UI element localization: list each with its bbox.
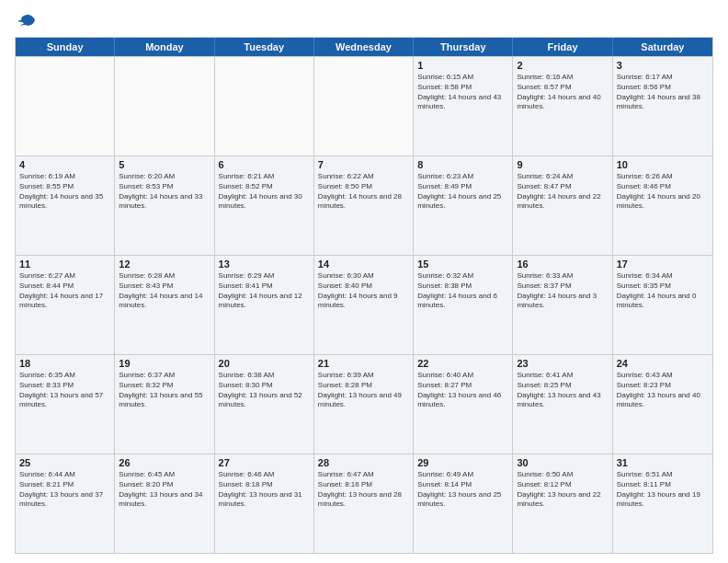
calendar-row-1: 1Sunrise: 6:15 AM Sunset: 8:58 PM Daylig…: [16, 56, 712, 155]
day-number: 31: [617, 457, 709, 468]
day-number: 23: [517, 358, 608, 369]
calendar-cell-25: 25Sunrise: 6:44 AM Sunset: 8:21 PM Dayli…: [16, 454, 115, 553]
page-header: [15, 11, 713, 31]
calendar-cell-3: 3Sunrise: 6:17 AM Sunset: 8:56 PM Daylig…: [613, 57, 712, 155]
day-number: 17: [617, 259, 709, 270]
day-number: 22: [417, 358, 508, 369]
day-number: 11: [19, 259, 110, 270]
day-number: 21: [318, 358, 409, 369]
calendar-cell-8: 8Sunrise: 6:23 AM Sunset: 8:49 PM Daylig…: [414, 156, 513, 255]
calendar-cell-16: 16Sunrise: 6:33 AM Sunset: 8:37 PM Dayli…: [513, 256, 612, 354]
cell-info: Sunrise: 6:40 AM Sunset: 8:27 PM Dayligh…: [417, 371, 508, 410]
calendar-cell-7: 7Sunrise: 6:22 AM Sunset: 8:50 PM Daylig…: [314, 156, 414, 255]
calendar-row-5: 25Sunrise: 6:44 AM Sunset: 8:21 PM Dayli…: [16, 454, 712, 553]
cell-info: Sunrise: 6:16 AM Sunset: 8:57 PM Dayligh…: [517, 73, 608, 112]
cell-info: Sunrise: 6:27 AM Sunset: 8:44 PM Dayligh…: [19, 271, 110, 311]
day-number: 27: [219, 457, 310, 468]
day-number: 2: [517, 60, 608, 71]
calendar-body: 1Sunrise: 6:15 AM Sunset: 8:58 PM Daylig…: [16, 56, 712, 553]
cell-info: Sunrise: 6:20 AM Sunset: 8:53 PM Dayligh…: [119, 172, 210, 212]
calendar-cell-20: 20Sunrise: 6:38 AM Sunset: 8:30 PM Dayli…: [215, 355, 314, 454]
day-number: 6: [219, 159, 310, 170]
cell-info: Sunrise: 6:49 AM Sunset: 8:14 PM Dayligh…: [417, 470, 508, 510]
cell-info: Sunrise: 6:28 AM Sunset: 8:43 PM Dayligh…: [119, 271, 210, 311]
cell-info: Sunrise: 6:22 AM Sunset: 8:50 PM Dayligh…: [318, 172, 409, 212]
cell-info: Sunrise: 6:47 AM Sunset: 8:16 PM Dayligh…: [318, 470, 409, 510]
day-number: 13: [219, 259, 310, 270]
cell-info: Sunrise: 6:37 AM Sunset: 8:32 PM Dayligh…: [119, 371, 210, 410]
calendar-header-wednesday: Wednesday: [314, 38, 414, 56]
cell-info: Sunrise: 6:26 AM Sunset: 8:46 PM Dayligh…: [617, 172, 709, 212]
day-number: 26: [119, 457, 210, 468]
day-number: 14: [318, 259, 409, 270]
calendar-cell-empty-0-3: [314, 57, 414, 155]
day-number: 16: [517, 259, 608, 270]
day-number: 3: [617, 60, 709, 71]
calendar-cell-23: 23Sunrise: 6:41 AM Sunset: 8:25 PM Dayli…: [513, 355, 612, 454]
day-number: 20: [219, 358, 310, 369]
calendar-cell-1: 1Sunrise: 6:15 AM Sunset: 8:58 PM Daylig…: [414, 57, 513, 155]
cell-info: Sunrise: 6:34 AM Sunset: 8:35 PM Dayligh…: [617, 271, 709, 311]
calendar-cell-11: 11Sunrise: 6:27 AM Sunset: 8:44 PM Dayli…: [16, 256, 115, 354]
calendar-header-monday: Monday: [115, 38, 214, 56]
calendar-cell-28: 28Sunrise: 6:47 AM Sunset: 8:16 PM Dayli…: [314, 454, 414, 553]
day-number: 25: [19, 457, 110, 468]
cell-info: Sunrise: 6:39 AM Sunset: 8:28 PM Dayligh…: [318, 371, 409, 410]
calendar-cell-empty-0-2: [215, 57, 314, 155]
cell-info: Sunrise: 6:38 AM Sunset: 8:30 PM Dayligh…: [219, 371, 310, 410]
cell-info: Sunrise: 6:17 AM Sunset: 8:56 PM Dayligh…: [617, 73, 709, 112]
day-number: 29: [417, 457, 508, 468]
calendar-cell-9: 9Sunrise: 6:24 AM Sunset: 8:47 PM Daylig…: [513, 156, 612, 255]
calendar-row-4: 18Sunrise: 6:35 AM Sunset: 8:33 PM Dayli…: [16, 354, 712, 454]
calendar-header-thursday: Thursday: [414, 38, 513, 56]
calendar-row-3: 11Sunrise: 6:27 AM Sunset: 8:44 PM Dayli…: [16, 255, 712, 354]
calendar-cell-empty-0-1: [115, 57, 214, 155]
cell-info: Sunrise: 6:21 AM Sunset: 8:52 PM Dayligh…: [219, 172, 310, 212]
day-number: 7: [318, 159, 409, 170]
calendar-cell-17: 17Sunrise: 6:34 AM Sunset: 8:35 PM Dayli…: [613, 256, 712, 354]
cell-info: Sunrise: 6:41 AM Sunset: 8:25 PM Dayligh…: [517, 371, 608, 410]
calendar-cell-29: 29Sunrise: 6:49 AM Sunset: 8:14 PM Dayli…: [414, 454, 513, 553]
day-number: 24: [617, 358, 709, 369]
calendar-cell-27: 27Sunrise: 6:46 AM Sunset: 8:18 PM Dayli…: [215, 454, 314, 553]
day-number: 15: [417, 259, 508, 270]
calendar-cell-14: 14Sunrise: 6:30 AM Sunset: 8:40 PM Dayli…: [314, 256, 414, 354]
cell-info: Sunrise: 6:43 AM Sunset: 8:23 PM Dayligh…: [617, 371, 709, 410]
day-number: 12: [119, 259, 210, 270]
calendar-cell-19: 19Sunrise: 6:37 AM Sunset: 8:32 PM Dayli…: [115, 355, 214, 454]
calendar-header-sunday: Sunday: [16, 38, 115, 56]
cell-info: Sunrise: 6:50 AM Sunset: 8:12 PM Dayligh…: [517, 470, 608, 510]
day-number: 4: [19, 159, 110, 170]
calendar-cell-5: 5Sunrise: 6:20 AM Sunset: 8:53 PM Daylig…: [115, 156, 214, 255]
calendar-header-tuesday: Tuesday: [215, 38, 314, 56]
calendar-row-2: 4Sunrise: 6:19 AM Sunset: 8:55 PM Daylig…: [16, 155, 712, 255]
calendar-cell-empty-0-0: [16, 57, 115, 155]
calendar-header-row: SundayMondayTuesdayWednesdayThursdayFrid…: [16, 38, 712, 56]
calendar-cell-18: 18Sunrise: 6:35 AM Sunset: 8:33 PM Dayli…: [16, 355, 115, 454]
calendar: SundayMondayTuesdayWednesdayThursdayFrid…: [15, 37, 713, 554]
calendar-header-saturday: Saturday: [613, 38, 712, 56]
calendar-cell-21: 21Sunrise: 6:39 AM Sunset: 8:28 PM Dayli…: [314, 355, 414, 454]
cell-info: Sunrise: 6:46 AM Sunset: 8:18 PM Dayligh…: [219, 470, 310, 510]
cell-info: Sunrise: 6:44 AM Sunset: 8:21 PM Dayligh…: [19, 470, 110, 510]
cell-info: Sunrise: 6:35 AM Sunset: 8:33 PM Dayligh…: [19, 371, 110, 410]
day-number: 18: [19, 358, 110, 369]
calendar-cell-30: 30Sunrise: 6:50 AM Sunset: 8:12 PM Dayli…: [513, 454, 612, 553]
calendar-cell-13: 13Sunrise: 6:29 AM Sunset: 8:41 PM Dayli…: [215, 256, 314, 354]
day-number: 5: [119, 159, 210, 170]
day-number: 9: [517, 159, 608, 170]
cell-info: Sunrise: 6:15 AM Sunset: 8:58 PM Dayligh…: [417, 73, 508, 112]
cell-info: Sunrise: 6:19 AM Sunset: 8:55 PM Dayligh…: [19, 172, 110, 212]
cell-info: Sunrise: 6:30 AM Sunset: 8:40 PM Dayligh…: [318, 271, 409, 311]
day-number: 10: [617, 159, 709, 170]
calendar-cell-10: 10Sunrise: 6:26 AM Sunset: 8:46 PM Dayli…: [613, 156, 712, 255]
calendar-cell-22: 22Sunrise: 6:40 AM Sunset: 8:27 PM Dayli…: [414, 355, 513, 454]
calendar-cell-15: 15Sunrise: 6:32 AM Sunset: 8:38 PM Dayli…: [414, 256, 513, 354]
cell-info: Sunrise: 6:23 AM Sunset: 8:49 PM Dayligh…: [417, 172, 508, 212]
day-number: 28: [318, 457, 409, 468]
calendar-header-friday: Friday: [513, 38, 612, 56]
calendar-cell-4: 4Sunrise: 6:19 AM Sunset: 8:55 PM Daylig…: [16, 156, 115, 255]
day-number: 8: [417, 159, 508, 170]
cell-info: Sunrise: 6:33 AM Sunset: 8:37 PM Dayligh…: [517, 271, 608, 311]
calendar-cell-2: 2Sunrise: 6:16 AM Sunset: 8:57 PM Daylig…: [513, 57, 612, 155]
